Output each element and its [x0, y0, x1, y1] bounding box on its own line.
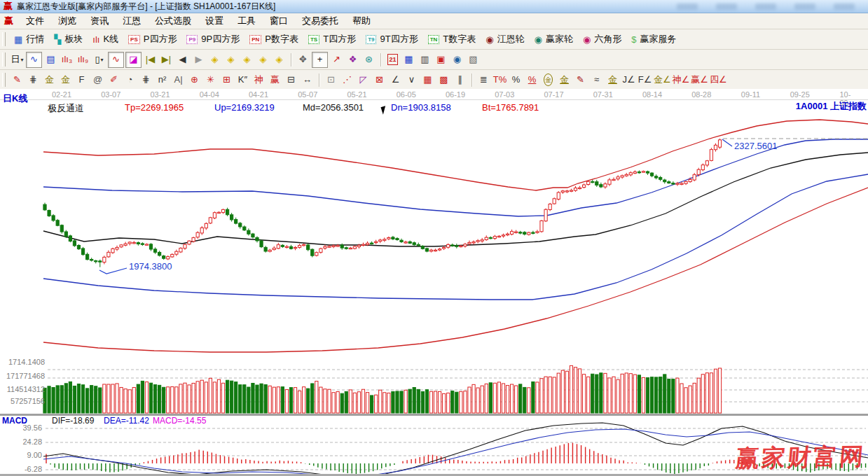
ruler2-icon[interactable]: ⋕	[139, 73, 153, 88]
angle-lines-icon[interactable]: ∠	[388, 73, 403, 88]
skip-start-icon[interactable]: |◀	[143, 52, 158, 67]
brush-icon[interactable]: ✎	[10, 73, 25, 88]
menu-settings[interactable]: 设置	[198, 13, 230, 29]
gann-box-icon[interactable]: ⊞	[219, 73, 234, 88]
f-ruler-icon[interactable]: F	[74, 73, 89, 88]
period-day-icon[interactable]: 日▾	[10, 52, 25, 67]
bars9-icon[interactable]: ılı₉	[76, 52, 90, 67]
j-angle-icon[interactable]: J∠	[621, 73, 636, 88]
angle-ruler-icon[interactable]: A|	[171, 73, 186, 88]
save-icon[interactable]: ▣	[434, 52, 448, 67]
next-icon[interactable]: ▶	[191, 52, 206, 67]
n2-ruler-icon[interactable]: n²	[155, 73, 170, 88]
export-globe-icon[interactable]: ◉	[450, 52, 464, 67]
ruler-icon[interactable]: ⋕	[26, 73, 41, 88]
gann-wheel-button[interactable]: ◉江恩轮	[481, 31, 529, 47]
parallel-icon[interactable]: ∥	[453, 73, 467, 88]
menu-help[interactable]: 帮助	[345, 13, 378, 29]
menu-window[interactable]: 窗口	[263, 13, 295, 29]
sectors-button[interactable]: ▚板块	[49, 31, 88, 47]
trendline-icon[interactable]: ↗	[329, 52, 344, 67]
t-square-button[interactable]: TST四方形	[303, 31, 361, 47]
spiral-icon[interactable]: @	[90, 73, 105, 88]
gold-ruler2-icon[interactable]: 金	[58, 73, 73, 88]
diamond-move-icon[interactable]: ◈	[272, 52, 287, 67]
prev-icon[interactable]: ◀	[175, 52, 190, 67]
toolbar-grip[interactable]	[2, 52, 6, 66]
diamond-right-icon[interactable]: ◈	[223, 52, 238, 67]
gold-ruler-icon[interactable]: 金	[42, 73, 57, 88]
shen-ruler-icon[interactable]: 神	[252, 73, 266, 88]
levels-icon[interactable]: ≣	[476, 73, 491, 88]
shape-tool-icon[interactable]: ⊛	[361, 52, 376, 67]
gold-angle-icon[interactable]: 金∠	[654, 73, 671, 88]
skip-end-icon[interactable]: ▶|	[159, 52, 174, 67]
p9-square-button[interactable]: P99P四方形	[181, 31, 244, 47]
histogram-icon[interactable]: ◪	[125, 52, 142, 68]
red-grid2-icon[interactable]: ▩	[436, 73, 451, 88]
f-angle-icon[interactable]: F∠	[638, 73, 652, 88]
ying-ruler-icon[interactable]: 赢	[268, 73, 282, 88]
winner-service-button[interactable]: $赢家服务	[626, 31, 681, 47]
toolbar-grip[interactable]	[2, 73, 6, 87]
t9-square-button[interactable]: T99T四方形	[361, 31, 423, 47]
memo-icon[interactable]: ▥	[418, 52, 432, 67]
p-number-button[interactable]: PNP数字表	[244, 31, 303, 47]
span-icon[interactable]: ↔	[300, 73, 315, 88]
brush3-icon[interactable]: ✎	[573, 73, 588, 88]
doc-icon[interactable]: ▤	[43, 52, 58, 67]
menu-tools[interactable]: 工具	[230, 13, 263, 29]
t-number-button[interactable]: TNT数字表	[423, 31, 481, 47]
kline-button[interactable]: ılıK线	[88, 31, 123, 47]
brush2-icon[interactable]: ✐	[106, 73, 121, 88]
menu-gann[interactable]: 江恩	[116, 13, 148, 29]
percent-icon[interactable]: %	[509, 73, 523, 88]
t-percent-icon[interactable]: T%	[492, 73, 507, 88]
v-lines-icon[interactable]: ∨	[404, 73, 419, 88]
diamond-cross-icon[interactable]: ◈	[256, 52, 270, 67]
menu-file[interactable]: 文件	[19, 13, 51, 29]
calendar-21-icon[interactable]: 21	[385, 52, 400, 67]
target-icon[interactable]: ⊕	[187, 73, 202, 88]
menu-browse[interactable]: 浏览	[51, 13, 83, 29]
date-tick-label: 07-31	[593, 90, 613, 99]
gold-line-icon[interactable]: 金	[557, 73, 572, 88]
workstation-icon[interactable]: ▧	[466, 52, 481, 67]
ying-angle-icon[interactable]: 赢∠	[691, 73, 708, 88]
percent-line-icon[interactable]: %	[525, 73, 539, 88]
menu-formula-stock-pick[interactable]: 公式选股	[148, 13, 198, 29]
hand-pan-icon[interactable]: ✥	[296, 52, 310, 67]
diamond-hswap-icon[interactable]: ◈	[240, 52, 254, 67]
box-tool-icon[interactable]: ⊡	[324, 73, 338, 88]
crosshair-icon[interactable]: +	[312, 52, 328, 68]
indicator-name[interactable]: 极反通道	[48, 102, 84, 115]
menu-news[interactable]: 资讯	[83, 13, 116, 29]
fan-lines-icon[interactable]: ⋰	[340, 73, 354, 88]
zigzag-blue-icon[interactable]: ∿	[26, 52, 42, 68]
winner-wheel-button[interactable]: ◉赢家轮	[530, 31, 578, 47]
web-icon[interactable]: ✳	[203, 73, 218, 88]
bars3-icon[interactable]: ılı₃	[60, 52, 74, 67]
wave-icon[interactable]: ≈	[589, 73, 604, 88]
shen-angle-icon[interactable]: 神∠	[673, 73, 690, 88]
gann-tool-icon[interactable]: ❖	[345, 52, 360, 67]
fan-box-icon[interactable]: ◸	[356, 73, 371, 88]
quotes-button[interactable]: ▦行情	[9, 31, 49, 47]
diag-box-icon[interactable]: ⊠	[372, 73, 387, 88]
p-square-button[interactable]: PSP四方形	[123, 31, 181, 47]
candle-style-icon[interactable]: ▯▾	[92, 52, 106, 67]
hexagon-button[interactable]: ◉六角形	[578, 31, 626, 47]
grid123-icon[interactable]: ⊟	[284, 73, 298, 88]
zigzag-red-icon[interactable]: ∿	[108, 52, 124, 68]
gold-circle-icon[interactable]: 金	[541, 73, 556, 88]
menu-trade[interactable]: 交易委托	[295, 13, 345, 29]
red-grid-icon[interactable]: ▦	[420, 73, 435, 88]
period-label[interactable]: 日K线	[3, 92, 27, 105]
gold-underline-icon[interactable]: 金	[605, 73, 620, 88]
toolbar-grip[interactable]	[2, 32, 6, 46]
diamond-left-icon[interactable]: ◈	[207, 52, 222, 67]
k-quote-icon[interactable]: K″	[235, 73, 250, 88]
cycle-icon[interactable]: ◔	[123, 73, 137, 88]
calculator-icon[interactable]: ▦	[401, 52, 416, 67]
si-angle-icon[interactable]: 四∠	[710, 73, 727, 88]
